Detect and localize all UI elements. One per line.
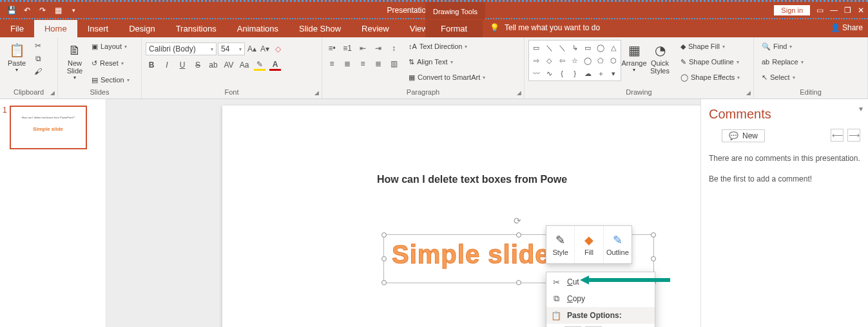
shape-plus-icon[interactable]: ＋ xyxy=(595,68,606,79)
shape-outline-button[interactable]: ✎Shape Outline xyxy=(679,55,741,68)
shape-rect-icon[interactable]: ▭ xyxy=(530,42,542,53)
slide-thumbnail[interactable]: How can I delete text boxes from PowerPo… xyxy=(10,106,87,149)
format-painter-icon[interactable]: 🖌 xyxy=(32,66,44,77)
quick-styles-button[interactable]: ◔ Quick Styles xyxy=(647,40,673,76)
comments-dropdown-icon[interactable]: ▾ xyxy=(859,104,863,113)
font-name-combo[interactable]: Calibri (Body)▾ xyxy=(146,42,217,55)
align-left-icon[interactable]: ≡ xyxy=(326,58,338,70)
increase-indent-icon[interactable]: ⇥ xyxy=(372,42,384,54)
shape-tri-icon[interactable]: △ xyxy=(608,42,619,53)
tab-format[interactable]: Format xyxy=(425,20,483,37)
line-spacing-icon[interactable]: ↕ xyxy=(388,42,400,54)
shape-star-icon[interactable]: ☆ xyxy=(569,55,581,66)
shapes-gallery[interactable]: ▭＼＼↳▭◯△ ⇨◇⇦☆◯⬠⬡ 〰∿{}☁＋▾ xyxy=(528,40,621,81)
font-color-icon[interactable]: A xyxy=(269,59,281,71)
shape-line-icon[interactable]: ＼ xyxy=(543,42,555,53)
shape-more-icon[interactable]: ▾ xyxy=(608,68,619,79)
find-button[interactable]: 🔍Find xyxy=(760,40,805,53)
shape-brace-icon[interactable]: { xyxy=(556,68,568,79)
strikethrough-icon[interactable]: S xyxy=(192,59,204,71)
decrease-indent-icon[interactable]: ⇤ xyxy=(357,42,369,54)
qat-dropdown-icon[interactable]: ▾ xyxy=(68,5,79,15)
italic-icon[interactable]: I xyxy=(161,59,173,71)
resize-handle[interactable] xyxy=(651,232,656,238)
resize-handle[interactable] xyxy=(381,280,387,285)
tab-home[interactable]: Home xyxy=(34,20,77,37)
tab-animations[interactable]: Animations xyxy=(227,20,289,37)
shape-cloud-icon[interactable]: ☁ xyxy=(582,68,593,79)
cut-icon[interactable]: ✂ xyxy=(32,40,44,51)
prev-comment-icon[interactable]: ⟵ xyxy=(831,129,844,142)
bullets-icon[interactable]: ≡• xyxy=(326,42,338,54)
shape-arrow-icon[interactable]: ⇨ xyxy=(530,55,542,66)
save-icon[interactable]: 💾 xyxy=(6,5,17,15)
change-case-icon[interactable]: Aa xyxy=(238,59,250,71)
align-right-icon[interactable]: ≡ xyxy=(357,58,369,70)
columns-icon[interactable]: ▥ xyxy=(388,58,400,70)
shape-brace2-icon[interactable]: } xyxy=(569,68,581,79)
copy-icon[interactable]: ⧉ xyxy=(32,53,44,64)
next-comment-icon[interactable]: ⟶ xyxy=(847,129,860,142)
start-slideshow-icon[interactable]: ▦ xyxy=(53,5,63,15)
shape-diamond-icon[interactable]: ◇ xyxy=(543,55,555,66)
char-spacing-icon[interactable]: AV xyxy=(223,59,235,71)
resize-handle[interactable] xyxy=(516,280,521,285)
convert-smartart-button[interactable]: ▦Convert to SmartArt xyxy=(407,71,487,84)
shape-arrow2-icon[interactable]: ⇦ xyxy=(556,55,568,66)
close-icon[interactable]: ✕ xyxy=(858,6,864,15)
align-center-icon[interactable]: ≣ xyxy=(342,58,353,70)
bold-icon[interactable]: B xyxy=(146,59,157,71)
menu-copy[interactable]: ⧉ Copy xyxy=(546,290,655,307)
replace-button[interactable]: abReplace xyxy=(760,55,805,68)
shape-effects-button[interactable]: ◯Shape Effects xyxy=(679,71,741,84)
underline-icon[interactable]: U xyxy=(177,59,188,71)
tab-slideshow[interactable]: Slide Show xyxy=(289,20,351,37)
resize-handle[interactable] xyxy=(651,256,656,261)
paragraph-dialog-launcher-icon[interactable]: ◢ xyxy=(515,89,523,97)
numbering-icon[interactable]: ≡1 xyxy=(342,42,353,54)
clipboard-dialog-launcher-icon[interactable]: ◢ xyxy=(48,89,56,97)
shape-hex-icon[interactable]: ⬡ xyxy=(608,55,619,66)
redo-icon[interactable]: ↷ xyxy=(37,5,48,15)
shape-oval-icon[interactable]: ◯ xyxy=(595,42,606,53)
mini-outline-button[interactable]: ✎ Outline xyxy=(604,226,632,263)
tab-review[interactable]: Review xyxy=(351,20,400,37)
rotate-handle-icon[interactable]: ⟳ xyxy=(514,216,524,226)
resize-handle[interactable] xyxy=(516,232,521,238)
share-button[interactable]: 👤 Share xyxy=(831,23,863,32)
resize-handle[interactable] xyxy=(381,256,387,261)
paste-button[interactable]: 📋 Paste ▾ xyxy=(4,40,30,74)
undo-icon[interactable]: ↶ xyxy=(22,5,32,15)
shape-callout-icon[interactable]: ◯ xyxy=(582,55,593,66)
slide-heading-text[interactable]: How can I delete text boxes from Powe xyxy=(377,174,567,185)
ribbon-options-icon[interactable]: ▭ xyxy=(816,6,824,15)
tab-insert[interactable]: Insert xyxy=(77,20,119,37)
text-direction-button[interactable]: ↕AText Direction xyxy=(407,40,487,53)
layout-button[interactable]: ▣Layout xyxy=(90,40,131,53)
tell-me-search[interactable]: 💡 Tell me what you want to do xyxy=(490,23,600,32)
resize-handle[interactable] xyxy=(381,232,387,238)
shape-fill-button[interactable]: ◆Shape Fill xyxy=(679,40,741,53)
minimize-icon[interactable]: — xyxy=(830,6,838,15)
select-button[interactable]: ↖Select xyxy=(760,71,805,84)
tab-transitions[interactable]: Transitions xyxy=(166,20,227,37)
shape-pent-icon[interactable]: ⬠ xyxy=(595,55,606,66)
shape-curve2-icon[interactable]: ∿ xyxy=(543,68,555,79)
arrange-button[interactable]: ▦ Arrange ▾ xyxy=(621,40,647,74)
increase-font-icon[interactable]: A▴ xyxy=(246,43,258,55)
tab-design[interactable]: Design xyxy=(119,20,165,37)
highlight-icon[interactable]: ✎ xyxy=(254,59,265,71)
clear-formatting-icon[interactable]: ◇ xyxy=(272,43,284,55)
font-size-combo[interactable]: 54▾ xyxy=(218,42,245,55)
shape-rect2-icon[interactable]: ▭ xyxy=(582,42,593,53)
shape-curve-icon[interactable]: 〰 xyxy=(530,68,542,79)
mini-style-button[interactable]: ✎ Style xyxy=(546,226,575,263)
drawing-dialog-launcher-icon[interactable]: ◢ xyxy=(744,89,752,97)
maximize-icon[interactable]: ❐ xyxy=(844,6,851,15)
signin-button[interactable]: Sign in xyxy=(774,5,810,15)
shadow-icon[interactable]: ab xyxy=(207,59,219,71)
reset-button[interactable]: ↺Reset xyxy=(90,57,131,70)
slide-editor-area[interactable]: How can I delete text boxes from Powe ⟳ … xyxy=(106,99,700,327)
tab-file[interactable]: File xyxy=(0,20,34,37)
shape-line2-icon[interactable]: ＼ xyxy=(556,42,568,53)
